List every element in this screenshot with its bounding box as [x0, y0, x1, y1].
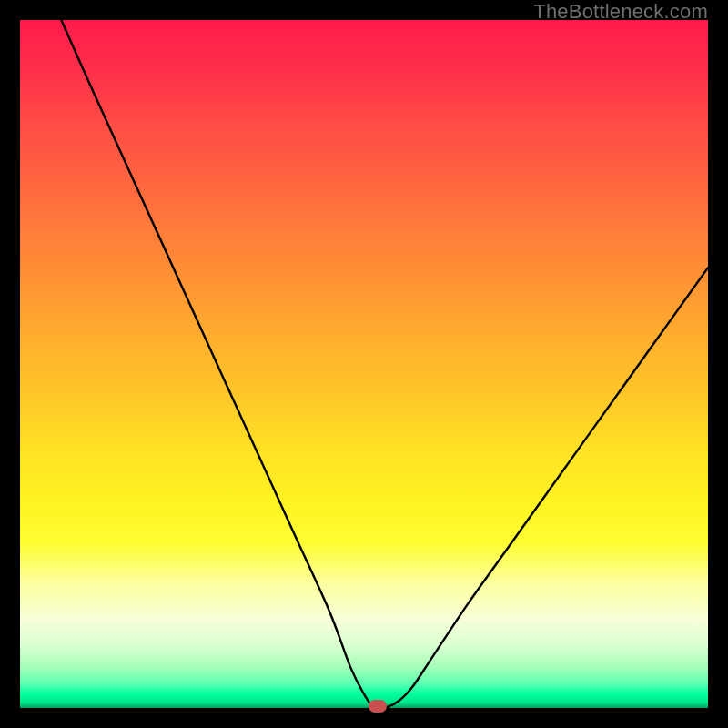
- plot-area: [20, 20, 708, 708]
- optimal-point-marker: [369, 700, 387, 713]
- chart-frame: TheBottleneck.com: [0, 0, 728, 728]
- bottleneck-curve: [20, 20, 708, 708]
